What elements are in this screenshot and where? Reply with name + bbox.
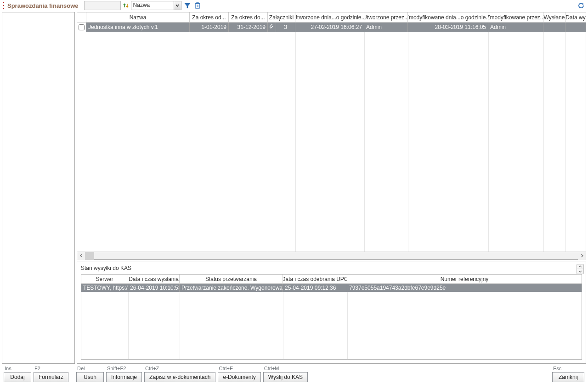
col-sent-date[interactable]: Data wy <box>565 12 586 22</box>
edocs-button[interactable]: e-Dokumenty <box>218 372 260 382</box>
right-panel: Nazwa Za okres od... Za okres do... Załą… <box>77 12 586 364</box>
delete-button[interactable]: Usuń <box>76 372 104 382</box>
filter-icon[interactable] <box>183 1 192 10</box>
col-period-from[interactable]: Za okres od... <box>190 12 229 22</box>
table-row[interactable]: Jednostka inna w złotych v.1 1-01-2019 3… <box>77 23 586 32</box>
toolbar: Sprawozdania finansowe Nazwa <box>0 0 588 11</box>
sort-field-combo[interactable]: Nazwa <box>131 1 181 10</box>
dcell-sent-at: 26-04-2019 10:10:53 <box>128 284 180 292</box>
col-attachments[interactable]: Załączniki <box>268 12 295 22</box>
cell-created-by: Admin <box>364 23 408 32</box>
info-button[interactable]: Informacje <box>106 372 142 382</box>
detail-body[interactable]: TESTOWY, https://e 26-04-2019 10:10:53 P… <box>81 284 582 359</box>
dcell-server: TESTOWY, https://e <box>81 284 128 292</box>
main-area: Nazwa Za okres od... Za okres do... Załą… <box>0 11 588 365</box>
bottom-bar: Ins Dodaj F2 Formularz Del Usuń Shift+F2… <box>0 365 588 384</box>
tree-panel[interactable] <box>2 12 75 364</box>
col-created[interactable]: Utworzone dnia...o godzinie... <box>295 12 364 22</box>
cell-period-to: 31-12-2019 <box>229 23 268 32</box>
delete-filter-icon[interactable] <box>193 1 202 10</box>
reports-grid: Nazwa Za okres od... Za okres do... Załą… <box>77 12 586 260</box>
col-sent[interactable]: Wysłane <box>543 12 565 22</box>
col-modified-by[interactable]: Zmodyfikowane przez... <box>488 12 543 22</box>
refresh-icon[interactable] <box>577 1 585 10</box>
grid-header: Nazwa Za okres od... Za okres do... Załą… <box>77 12 586 23</box>
shortcut-f2: F2 <box>34 366 68 372</box>
dcell-ref: 7937e5055a194743a2dbfe67e9e9d25e <box>347 284 582 292</box>
window-title: Sprawozdania finansowe <box>7 2 79 9</box>
cell-name: Jednostka inna w złotych v.1 <box>86 23 190 32</box>
chevron-down-icon[interactable] <box>174 1 181 10</box>
collapse-control[interactable] <box>577 264 584 274</box>
chevron-up-icon[interactable] <box>577 264 583 269</box>
kas-grid: Serwer Data i czas wysłania Status przet… <box>81 274 582 360</box>
shortcut-esc: Esc <box>552 366 584 372</box>
dcol-upo-at[interactable]: Data i czas odebrania UPO <box>283 275 347 283</box>
cell-period-from: 1-01-2019 <box>190 23 229 32</box>
col-name[interactable]: Nazwa <box>86 12 190 22</box>
close-button[interactable]: Zamknij <box>552 372 584 382</box>
chevron-down-icon[interactable] <box>577 269 583 274</box>
search-input[interactable] <box>84 1 121 10</box>
scrollbar-thumb[interactable] <box>85 252 94 260</box>
detail-title: Stan wysyłki do KAS <box>81 265 582 271</box>
dcell-status: Przetwarzanie zakończone. Wygenerowane U… <box>180 284 283 292</box>
shortcut-ctrlm: Ctrl+M <box>263 366 308 372</box>
cell-modified: 28-03-2019 11:16:05 <box>408 23 488 32</box>
cell-attachments: 3 <box>276 23 295 32</box>
save-edocs-button[interactable]: Zapisz w e-dokumentach <box>144 372 215 382</box>
cell-modified-by: Admin <box>488 23 543 32</box>
form-button[interactable]: Formularz <box>34 372 68 382</box>
cell-created: 27-02-2019 16:06:27 <box>295 23 364 32</box>
scroll-right-icon[interactable] <box>578 252 586 260</box>
col-created-by[interactable]: Utworzone przez... <box>364 12 408 22</box>
detail-header: Serwer Data i czas wysłania Status przet… <box>81 275 582 284</box>
cell-sent-date <box>565 23 586 32</box>
kas-status-panel: Stan wysyłki do KAS Serwer Data i czas w… <box>77 262 586 364</box>
shortcut-shiftf2: Shift+F2 <box>106 366 142 372</box>
shortcut-del: Del <box>76 366 104 372</box>
horizontal-scrollbar[interactable] <box>77 252 586 259</box>
shortcut-ins: Ins <box>4 366 31 372</box>
sort-field-value: Nazwa <box>131 1 174 10</box>
shortcut-ctrlz: Ctrl+Z <box>144 366 215 372</box>
sort-direction-icon[interactable] <box>123 2 129 9</box>
row-checkbox[interactable] <box>79 24 85 30</box>
col-modified[interactable]: Zmodyfikowane dnia...o godzinie... <box>408 12 488 22</box>
col-period-to[interactable]: Za okres do... <box>229 12 268 22</box>
dcol-sent-at[interactable]: Data i czas wysłania <box>128 275 180 283</box>
add-button[interactable]: Dodaj <box>4 372 31 382</box>
dcol-status[interactable]: Status przetwarzania <box>180 275 283 283</box>
dcol-server[interactable]: Serwer <box>81 275 128 283</box>
send-kas-button[interactable]: Wyślij do KAS <box>263 372 308 382</box>
shortcut-ctrle: Ctrl+E <box>218 366 260 372</box>
dcol-ref[interactable]: Numer referencyjny <box>347 275 582 283</box>
grid-body[interactable]: Jednostka inna w złotych v.1 1-01-2019 3… <box>77 23 586 252</box>
grip-icon <box>3 2 6 9</box>
detail-row[interactable]: TESTOWY, https://e 26-04-2019 10:10:53 P… <box>81 284 582 292</box>
attachment-icon <box>268 23 276 32</box>
svg-rect-0 <box>196 4 199 8</box>
cell-sent <box>543 23 565 32</box>
dcell-upo-at: 25-04-2019 09:12:36 <box>283 284 347 292</box>
scroll-left-icon[interactable] <box>77 252 85 260</box>
